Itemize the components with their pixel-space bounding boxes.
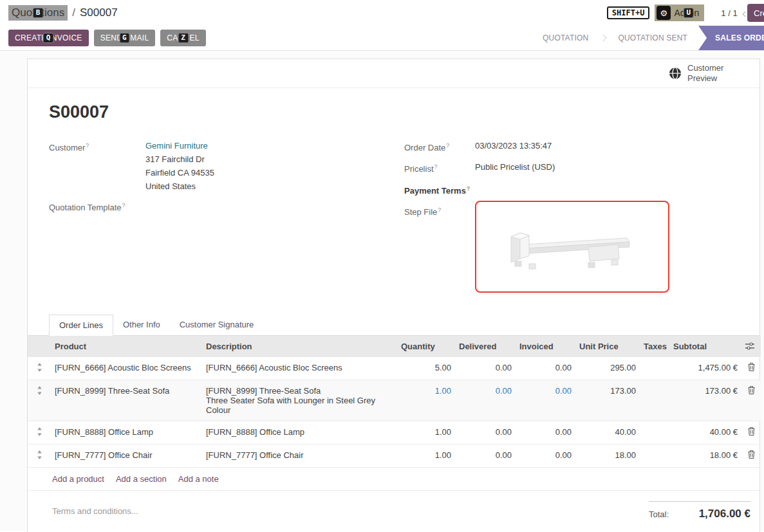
kbd-hint-action: U — [683, 8, 694, 18]
invoiced-cell[interactable]: 0.00 — [516, 421, 575, 444]
quantity-cell[interactable]: 1.00 — [397, 444, 455, 467]
delivered-cell[interactable]: 0.00 — [455, 444, 516, 467]
status-quotation[interactable]: QUOTATION — [532, 26, 599, 50]
help-icon: ? — [438, 206, 441, 213]
notebook-tabs: Order Lines Other Info Customer Signatur… — [28, 314, 759, 336]
subtotal-cell: 18.00 € — [669, 444, 741, 467]
taxes-cell[interactable] — [640, 357, 669, 380]
invoiced-cell[interactable]: 0.00 — [516, 357, 575, 380]
unit-price-cell[interactable]: 18.00 — [575, 444, 640, 467]
tab-customer-signature[interactable]: Customer Signature — [170, 315, 264, 336]
kbd-hint-send-email: G — [119, 33, 130, 43]
field-quotation-template: Quotation Template? — [49, 199, 404, 214]
kbd-hint-create-invoice: Q — [43, 33, 54, 43]
subtotal-cell: 1,475.00 € — [669, 357, 741, 380]
terms-and-conditions-input[interactable]: Terms and conditions... — [52, 506, 138, 516]
quantity-cell[interactable]: 1.00 — [397, 380, 455, 421]
payment-terms-label: Payment Terms? — [404, 182, 475, 197]
breadcrumb: Quotations B / S00007 — [8, 5, 118, 21]
description-cell[interactable]: [FURN_8999] Three-Seat Sofa Three Seater… — [202, 380, 397, 421]
order-date-label: Order Date? — [404, 139, 475, 154]
product-cell[interactable]: [FURN_6666] Acoustic Bloc Screens — [51, 357, 202, 380]
status-sales-order[interactable]: SALES ORDER — [698, 26, 764, 50]
product-column-header: Product — [51, 336, 202, 357]
action-menu[interactable]: ⚙ Action U — [655, 5, 704, 21]
delivered-cell[interactable]: 0.00 — [455, 380, 516, 421]
content-area: Customer Preview S00007 Customer? Gemini… — [0, 51, 764, 531]
total-value: 1,706.00 € — [699, 508, 750, 520]
quantity-cell[interactable]: 1.00 — [397, 421, 455, 444]
order-lines-table: Product Description Quantity Delivered I… — [28, 336, 761, 468]
customer-preview-link[interactable]: Customer Preview — [687, 63, 734, 84]
unit-price-cell[interactable]: 40.00 — [575, 421, 640, 444]
breadcrumb-quotations[interactable]: Quotations B — [8, 5, 68, 21]
step-file-label: Step File? — [404, 203, 475, 293]
quantity-cell[interactable]: 5.00 — [397, 357, 455, 380]
product-cell[interactable]: [FURN_8999] Three-Seat Sofa — [51, 380, 202, 421]
pricelist-field[interactable]: Public Pricelist (USD) — [475, 160, 555, 176]
tab-order-lines[interactable]: Order Lines — [49, 315, 113, 336]
field-group: Customer? Gemini Furniture 317 Fairchild… — [28, 139, 759, 298]
description-cell[interactable]: [FURN_8888] Office Lamp — [202, 421, 397, 444]
customer-link[interactable]: Gemini Furniture — [145, 141, 208, 151]
drag-handle-icon[interactable] — [28, 444, 51, 467]
taxes-column-header: Taxes — [640, 336, 669, 357]
add-product-link[interactable]: Add a product — [52, 474, 104, 484]
product-cell[interactable]: [FURN_8888] Office Lamp — [51, 421, 202, 444]
product-cell[interactable]: [FURN_7777] Office Chair — [51, 444, 202, 467]
send-email-button[interactable]: SEND EMAIL G — [94, 30, 156, 46]
globe-icon — [669, 67, 682, 80]
help-icon: ? — [446, 142, 449, 149]
page-title: S00007 — [49, 102, 759, 122]
tab-other-info[interactable]: Other Info — [113, 315, 170, 336]
status-quotation-sent[interactable]: QUOTATION SENT — [607, 26, 698, 50]
add-section-link[interactable]: Add a section — [116, 474, 167, 484]
customer-address-line1: 317 Fairchild Dr — [145, 152, 214, 166]
delete-row-icon[interactable] — [741, 444, 761, 467]
taxes-cell[interactable] — [640, 444, 669, 467]
kbd-hint-breadcrumb: B — [33, 8, 44, 18]
customer-label: Customer? — [49, 139, 145, 193]
description-cell[interactable]: [FURN_7777] Office Chair — [202, 444, 397, 467]
invoiced-cell[interactable]: 0.00 — [516, 444, 575, 467]
table-footer-links: Add a product Add a section Add a note — [28, 468, 759, 491]
field-pricelist: Pricelist? Public Pricelist (USD) — [404, 160, 738, 176]
header-controls: SHIFT+U ⚙ Action U 1 / 1 ‹ › Create — [607, 0, 764, 26]
create-button[interactable]: Create — [747, 4, 764, 22]
taxes-cell[interactable] — [640, 421, 669, 444]
drag-handle-icon[interactable] — [28, 421, 51, 444]
cancel-button[interactable]: CANCEL Z — [160, 30, 205, 46]
invoiced-column-header: Invoiced — [516, 336, 575, 357]
delete-row-icon[interactable] — [741, 421, 761, 444]
add-note-link[interactable]: Add a note — [178, 474, 219, 484]
unit-price-cell[interactable]: 173.00 — [575, 380, 640, 421]
order-date-field[interactable]: 03/03/2023 13:35:47 — [475, 139, 552, 154]
description-cell[interactable]: [FURN_6666] Acoustic Bloc Screens — [202, 357, 397, 380]
delete-row-icon[interactable] — [741, 380, 761, 421]
drag-handle-icon[interactable] — [28, 357, 51, 380]
order-line-row: [FURN_7777] Office Chair [FURN_7777] Off… — [28, 444, 761, 467]
quantity-column-header: Quantity — [397, 336, 455, 357]
help-icon: ? — [434, 163, 438, 170]
delivered-cell[interactable]: 0.00 — [455, 421, 516, 444]
optional-columns-icon[interactable] — [741, 336, 761, 357]
taxes-cell[interactable] — [640, 380, 669, 421]
kbd-hint-shift-u: SHIFT+U — [607, 6, 650, 19]
table-header-row: Product Description Quantity Delivered I… — [28, 336, 761, 357]
order-line-row: [FURN_8999] Three-Seat Sofa [FURN_8999] … — [28, 380, 761, 421]
delivered-cell[interactable]: 0.00 — [455, 357, 516, 380]
drag-handle-icon[interactable] — [28, 380, 51, 421]
total-label: Total: — [649, 509, 669, 519]
field-step-file: Step File? — [404, 203, 738, 293]
delete-row-icon[interactable] — [741, 357, 761, 380]
description-column-header: Description — [202, 336, 397, 357]
create-invoice-button[interactable]: CREATE INVOICE Q — [8, 30, 89, 46]
kbd-hint-cancel: Z — [178, 33, 189, 43]
pager-prev-icon[interactable]: ‹ — [742, 6, 747, 19]
customer-address-line2: Fairfield CA 94535 — [145, 166, 214, 179]
delivered-column-header: Delivered — [455, 336, 516, 357]
unit-price-cell[interactable]: 295.00 — [575, 357, 640, 380]
help-icon: ? — [86, 142, 89, 149]
subtotal-cell: 173.00 € — [669, 380, 741, 421]
invoiced-cell[interactable]: 0.00 — [516, 380, 575, 421]
